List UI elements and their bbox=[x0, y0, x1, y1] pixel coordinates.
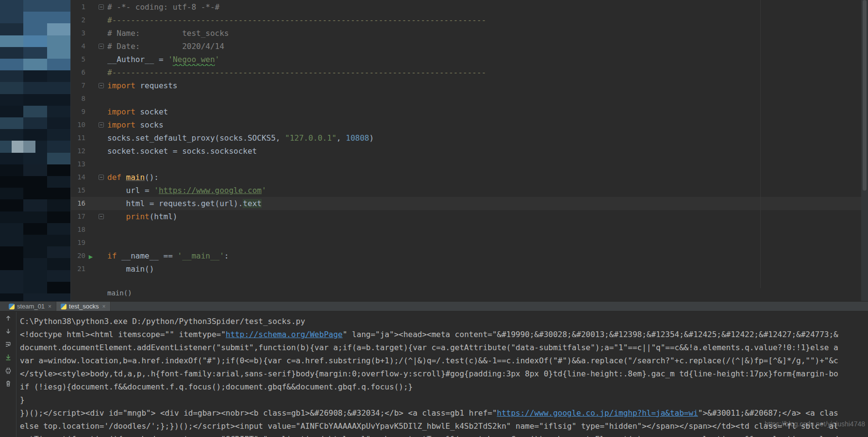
tab-steam-01[interactable]: steam_01 × bbox=[4, 302, 56, 311]
console-output[interactable]: C:\Python38\python3.exe D:/python/Python… bbox=[17, 312, 868, 437]
line-number[interactable]: 3 bbox=[71, 27, 85, 40]
line-number[interactable]: 11 bbox=[71, 131, 85, 145]
gutter-space bbox=[85, 14, 96, 27]
code-text[interactable] bbox=[107, 236, 861, 249]
up-stack-icon[interactable] bbox=[3, 314, 13, 322]
code-text[interactable]: print(html) bbox=[107, 210, 861, 223]
fold-column bbox=[96, 158, 107, 171]
line-number[interactable]: 17 bbox=[71, 210, 85, 223]
line-number[interactable]: 6 bbox=[71, 66, 85, 79]
console-text: " lang="ja"><head><meta content="&#19990… bbox=[343, 330, 838, 339]
code-area[interactable]: 1−# -*- coding: utf-8 -*-#2#------------… bbox=[71, 0, 861, 275]
code-text[interactable]: import socks bbox=[107, 118, 861, 131]
gutter-space bbox=[85, 158, 96, 171]
fold-column bbox=[96, 249, 107, 262]
run-console: C:\Python38\python3.exe D:/python/Python… bbox=[0, 312, 868, 437]
code-line: 7−import requests bbox=[71, 79, 861, 92]
fold-column bbox=[96, 27, 107, 40]
code-text[interactable]: #---------------------------------------… bbox=[107, 66, 861, 79]
tab-label: test_socks bbox=[69, 303, 99, 310]
code-line: 12socket.socket = socks.socksocket bbox=[71, 145, 861, 158]
line-number[interactable]: 4 bbox=[71, 40, 85, 53]
console-text: if (!iesg){document.f&&document.f.q.focu… bbox=[20, 382, 413, 391]
code-text[interactable]: # Name: test_socks bbox=[107, 27, 861, 40]
close-tab-icon[interactable]: × bbox=[102, 303, 106, 310]
editor[interactable]: 1−# -*- coding: utf-8 -*-#2#------------… bbox=[71, 0, 868, 301]
code-text[interactable]: socks.set_default_proxy(socks.SOCKS5, "1… bbox=[107, 131, 861, 145]
fold-column bbox=[96, 92, 107, 105]
code-text[interactable]: import requests bbox=[107, 79, 861, 92]
console-line: else top.location='/doodles/';};})();</s… bbox=[20, 420, 868, 433]
panel-splitter[interactable] bbox=[70, 0, 71, 301]
fold-column: − bbox=[96, 79, 107, 92]
code-text[interactable]: main() bbox=[107, 262, 861, 275]
editor-scrollbar[interactable] bbox=[863, 0, 867, 191]
code-text[interactable] bbox=[107, 158, 861, 171]
fold-column bbox=[96, 53, 107, 66]
code-line: 1−# -*- coding: utf-8 -*-# bbox=[71, 0, 861, 14]
fold-icon[interactable]: − bbox=[99, 83, 104, 88]
gutter-space bbox=[85, 92, 96, 105]
line-number[interactable]: 8 bbox=[71, 92, 85, 105]
code-line: 19 bbox=[71, 236, 861, 249]
code-text[interactable]: __Author__ = 'Negoo_wen' bbox=[107, 53, 861, 66]
gutter-space bbox=[85, 118, 96, 131]
console-link[interactable]: http://schema.org/WebPage bbox=[226, 330, 343, 339]
line-number[interactable]: 10 bbox=[71, 118, 85, 131]
line-number[interactable]: 20 bbox=[71, 249, 85, 262]
tab-test-socks[interactable]: test_socks × bbox=[56, 302, 110, 311]
gutter-space bbox=[85, 105, 96, 118]
down-stack-icon[interactable] bbox=[3, 327, 13, 335]
code-text[interactable]: import socket bbox=[107, 105, 861, 118]
line-number[interactable]: 19 bbox=[71, 236, 85, 249]
code-line: 5__Author__ = 'Negoo_wen' bbox=[71, 53, 861, 66]
line-number[interactable]: 14 bbox=[71, 171, 85, 184]
code-text[interactable]: # -*- coding: utf-8 -*-# bbox=[107, 0, 861, 14]
code-text[interactable] bbox=[107, 223, 861, 236]
code-text[interactable]: # Date: 2020/4/14 bbox=[107, 40, 861, 53]
console-line: var a=window.location,b=a.href.indexOf("… bbox=[20, 354, 868, 367]
line-number[interactable]: 9 bbox=[71, 105, 85, 118]
fold-column: − bbox=[96, 40, 107, 53]
line-number[interactable]: 12 bbox=[71, 145, 85, 158]
console-line: </style><style>body,td,a,p,.h{font-famil… bbox=[20, 367, 868, 380]
code-text[interactable]: if __name__ == '__main__': bbox=[107, 249, 861, 262]
line-number[interactable]: 16 bbox=[71, 197, 85, 210]
gutter-space bbox=[85, 197, 96, 210]
gutter-space bbox=[85, 27, 96, 40]
close-tab-icon[interactable]: × bbox=[48, 303, 51, 310]
print-icon[interactable] bbox=[3, 367, 13, 374]
fold-icon[interactable]: − bbox=[99, 214, 104, 219]
console-link[interactable]: https://www.google.co.jp/imghp?hl=ja&tab… bbox=[497, 408, 698, 418]
run-tool-tabbar: steam_01 × test_socks × bbox=[0, 301, 868, 311]
code-text[interactable]: def main(): bbox=[107, 171, 861, 184]
code-line: 21 main() bbox=[71, 262, 861, 275]
line-number[interactable]: 1 bbox=[71, 0, 85, 14]
line-number[interactable]: 18 bbox=[71, 223, 85, 236]
code-text[interactable]: #---------------------------------------… bbox=[107, 14, 861, 27]
fold-column bbox=[96, 236, 107, 249]
run-line-icon[interactable]: ▶ bbox=[85, 249, 96, 262]
line-number[interactable]: 2 bbox=[71, 14, 85, 27]
soft-wrap-icon[interactable] bbox=[3, 340, 13, 348]
line-number[interactable]: 13 bbox=[71, 158, 85, 171]
line-number[interactable]: 21 bbox=[71, 262, 85, 275]
code-text[interactable] bbox=[107, 92, 861, 105]
fold-icon[interactable]: − bbox=[99, 175, 104, 180]
fold-icon[interactable]: − bbox=[99, 122, 104, 128]
gutter-space bbox=[85, 236, 96, 249]
line-number[interactable]: 15 bbox=[71, 184, 85, 197]
scroll-end-icon[interactable] bbox=[3, 354, 13, 361]
code-text[interactable]: url = 'https://www.google.com' bbox=[107, 184, 861, 197]
gutter-space bbox=[85, 184, 96, 197]
line-number[interactable]: 5 bbox=[71, 53, 85, 66]
run-triangle-icon[interactable]: ▶ bbox=[89, 254, 93, 260]
line-number[interactable]: 7 bbox=[71, 79, 85, 92]
clear-console-icon[interactable] bbox=[3, 380, 13, 388]
fold-icon[interactable]: − bbox=[99, 44, 104, 49]
console-text: setTimeout(function(){var b=document;var… bbox=[20, 435, 838, 437]
fold-icon[interactable]: − bbox=[99, 4, 104, 10]
fold-column: − bbox=[96, 0, 107, 14]
code-text[interactable]: socket.socket = socks.socksocket bbox=[107, 145, 861, 158]
code-text[interactable]: html = requests.get(url).text bbox=[107, 197, 861, 210]
